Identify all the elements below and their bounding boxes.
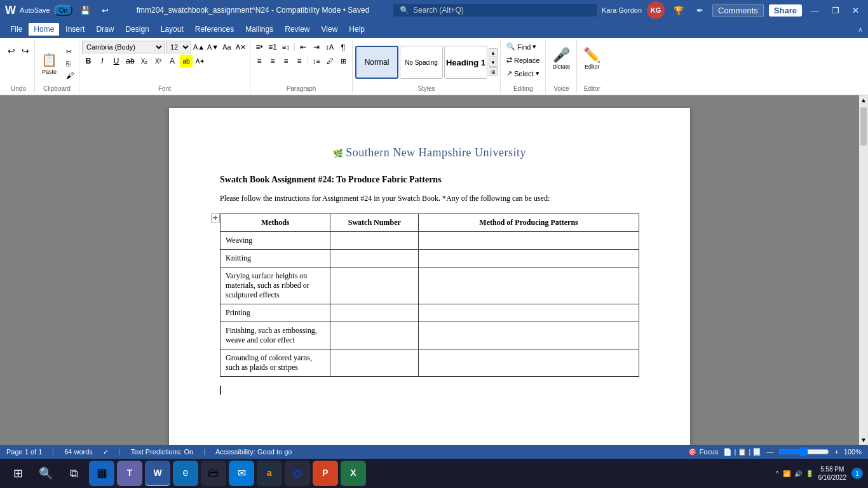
font-face-select[interactable]: Cambria (Body) (82, 41, 165, 53)
comments-button[interactable]: Comments (712, 4, 764, 17)
task-view-button[interactable]: ⧉ (61, 461, 86, 486)
dictate-button[interactable]: 🎤 Dictate (548, 41, 574, 76)
close-button[interactable]: ✕ (848, 4, 863, 17)
decrease-indent-btn[interactable]: ⇤ (297, 41, 309, 53)
edge-app[interactable]: e (173, 461, 198, 486)
menu-file[interactable]: File (5, 23, 27, 36)
teams-app[interactable]: T (117, 461, 142, 486)
menu-draw[interactable]: Draw (91, 23, 119, 36)
style-no-spacing[interactable]: No Spacing (400, 46, 443, 79)
accessibility[interactable]: Accessibility: Good to go (215, 448, 292, 456)
word-app[interactable]: W (145, 461, 170, 486)
search-bar[interactable]: 🔍 Search (Alt+Q) (393, 4, 597, 17)
style-normal[interactable]: Normal (355, 46, 398, 79)
align-right-btn[interactable]: ≡ (280, 55, 292, 67)
italic-button[interactable]: I (96, 55, 109, 67)
producing-cell[interactable] (419, 250, 639, 268)
minimize-button[interactable]: — (807, 4, 823, 17)
zoom-increase[interactable]: + (834, 448, 838, 456)
redo-button[interactable]: ↪ (19, 44, 32, 57)
decrease-font-btn[interactable]: A▼ (207, 41, 219, 53)
method-cell[interactable]: Knitting (220, 250, 330, 268)
justify-btn[interactable]: ≡ (293, 55, 306, 67)
method-cell[interactable]: Finishing, such as embossing, weave and … (220, 322, 330, 349)
restore-button[interactable]: ❐ (828, 4, 843, 17)
zoom-slider[interactable] (778, 447, 829, 457)
format-painter-button[interactable]: 🖌 (64, 70, 76, 81)
excel-app[interactable]: X (341, 461, 366, 486)
bullets-btn[interactable]: ≡• (253, 41, 266, 53)
search-button[interactable]: 🔍 (33, 461, 58, 486)
change-case-btn[interactable]: Aa (220, 41, 233, 53)
autosave-toggle[interactable]: On (54, 5, 72, 16)
select-button[interactable]: ↗ Select ▾ (503, 67, 543, 79)
focus-label[interactable]: 🎯 Focus (688, 448, 718, 456)
menu-mailings[interactable]: Mailings (240, 23, 278, 36)
swatch-cell[interactable] (330, 250, 419, 268)
scroll-track[interactable] (859, 105, 868, 435)
table-move-handle[interactable]: ✛ (211, 214, 220, 222)
editor-button[interactable]: ✏️ Editor (580, 41, 604, 76)
proofing-icon[interactable]: ✓ (103, 448, 109, 456)
powerpoint-app[interactable]: P (313, 461, 338, 486)
menu-review[interactable]: Review (280, 23, 315, 36)
notification-badge[interactable]: 1 (851, 468, 863, 479)
amazon-app[interactable]: a (257, 461, 282, 486)
producing-cell[interactable] (419, 232, 639, 250)
undo-button[interactable]: ↩ (5, 44, 18, 57)
swatch-cell[interactable] (330, 304, 419, 322)
ribbon-collapse-btn[interactable]: ∧ (858, 25, 863, 34)
clear-format-btn[interactable]: A✕ (234, 41, 247, 53)
styles-scroll-down[interactable]: ▼ (489, 58, 498, 67)
swatch-cell[interactable] (330, 232, 419, 250)
undo-title-button[interactable]: ↩ (98, 4, 112, 17)
producing-cell[interactable] (419, 322, 639, 349)
swatch-cell[interactable] (330, 322, 419, 349)
font-color-btn[interactable]: A (166, 55, 179, 67)
scroll-down-button[interactable]: ▼ (859, 435, 868, 445)
save-button[interactable]: 💾 (76, 4, 94, 17)
vertical-scrollbar[interactable]: ▲ ▼ (859, 95, 868, 445)
mail-app[interactable]: ✉ (229, 461, 254, 486)
document-scroll[interactable]: 🌿 Southern New Hampshire University Swat… (0, 95, 859, 445)
method-cell[interactable]: Printing (220, 304, 330, 322)
widgets-app[interactable]: ▦ (89, 461, 114, 486)
producing-cell[interactable] (419, 349, 639, 377)
align-center-btn[interactable]: ≡ (266, 55, 279, 67)
menu-design[interactable]: Design (120, 23, 154, 36)
swatch-cell[interactable] (330, 268, 419, 304)
strikethrough-button[interactable]: ab (124, 55, 137, 67)
styles-scroll-up[interactable]: ▲ (489, 48, 498, 57)
tray-arrow[interactable]: ^ (776, 470, 779, 477)
explorer-app[interactable]: 🗁 (201, 461, 226, 486)
show-formatting-btn[interactable]: ¶ (337, 41, 349, 53)
pen-button[interactable]: ✒ (693, 4, 707, 17)
menu-references[interactable]: References (190, 23, 239, 36)
subscript-button[interactable]: X₂ (138, 55, 151, 67)
avatar[interactable]: KG (647, 1, 665, 19)
text-predictions[interactable]: Text Predictions: On (131, 448, 193, 456)
scroll-thumb[interactable] (860, 107, 867, 146)
borders-btn[interactable]: ⊞ (337, 55, 349, 67)
increase-indent-btn[interactable]: ⇥ (310, 41, 323, 53)
sort-btn[interactable]: ↕A (323, 41, 336, 53)
swatch-cell[interactable] (330, 349, 419, 377)
method-cell[interactable]: Grounding of colored yarns, such as plai… (220, 349, 330, 377)
menu-help[interactable]: Help (344, 23, 370, 36)
menu-view[interactable]: View (316, 23, 343, 36)
line-spacing-btn[interactable]: ↕≡ (310, 55, 323, 67)
underline-button[interactable]: U (110, 55, 123, 67)
increase-font-btn[interactable]: A▲ (193, 41, 205, 53)
scroll-up-button[interactable]: ▲ (859, 95, 868, 105)
method-cell[interactable]: Weaving (220, 232, 330, 250)
share-button[interactable]: Share (769, 4, 802, 17)
bold-button[interactable]: B (82, 55, 95, 67)
dropbox-app[interactable]: ◇ (285, 461, 310, 486)
cut-button[interactable]: ✂ (64, 46, 76, 57)
document-body[interactable]: 🌿 Southern New Hampshire University Swat… (169, 108, 690, 445)
menu-insert[interactable]: Insert (60, 23, 90, 36)
clock[interactable]: 5:58 PM 6/16/2022 (818, 465, 847, 482)
paste-button[interactable]: 📋 Paste (37, 46, 61, 81)
styles-expand[interactable]: ⊞ (489, 67, 498, 76)
align-left-btn[interactable]: ≡ (253, 55, 266, 67)
